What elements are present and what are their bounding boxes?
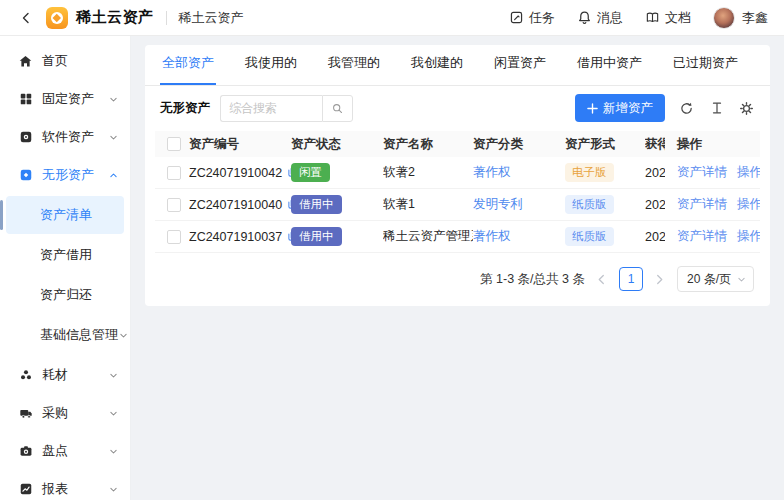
col-asset-category: 资产分类 [473, 136, 565, 153]
consumables-icon [18, 368, 33, 383]
pagination-summary: 第 1-3 条/总共 3 条 [480, 271, 585, 288]
asset-detail-link[interactable]: 资产详情 [677, 196, 727, 213]
asset-category-link[interactable]: 发明专利 [473, 196, 523, 213]
tab-bar: 全部资产 我使用的 我管理的 我创建的 闲置资产 借用中资产 已过期资产 [145, 45, 770, 86]
tab-all-assets[interactable]: 全部资产 [160, 45, 216, 85]
table-row: ZC24071910040 借用中 软著1 发明专利 纸质版 202 资产详情 … [155, 189, 760, 221]
row-height-icon[interactable] [708, 100, 725, 117]
asset-form-tag: 电子版 [565, 163, 614, 182]
toolbar-actions: 新增资产 [575, 94, 755, 122]
chevron-down-icon [108, 446, 118, 456]
app-window: 稀土云资产 稀土云资产 任务 消息 文档 李鑫 [0, 0, 784, 500]
table-header-row: 资产编号 资产状态 资产名称 资产分类 资产形式 获得 操作 [155, 131, 760, 157]
sidebar-item-reports[interactable]: 报表 [0, 470, 130, 500]
app-title: 稀土云资产 [76, 8, 154, 27]
select-all-checkbox[interactable] [167, 137, 181, 151]
bell-icon [577, 10, 592, 25]
acquired-date: 202 [645, 198, 665, 212]
row-checkbox[interactable] [167, 230, 181, 244]
tab-expired-assets[interactable]: 已过期资产 [671, 45, 740, 85]
sidebar-item-asset-borrow[interactable]: 资产借用 [6, 236, 124, 274]
tab-my-created[interactable]: 我创建的 [409, 45, 465, 85]
search-icon [331, 102, 344, 115]
sidebar-item-software-assets[interactable]: 软件资产 [0, 118, 130, 156]
breadcrumb: 稀土云资产 [179, 9, 244, 27]
asset-code: ZC24071910040 [189, 198, 282, 212]
home-icon [18, 54, 33, 69]
asset-name: 软著2 [383, 164, 473, 181]
col-acquired: 获得 [645, 136, 665, 153]
search-input[interactable] [220, 95, 322, 122]
sidebar-item-purchase[interactable]: 采购 [0, 394, 130, 432]
col-asset-code: 资产编号 [189, 136, 291, 153]
back-chevron-icon[interactable] [16, 8, 36, 28]
prev-page-icon[interactable] [596, 274, 608, 285]
documents-button[interactable]: 文档 [645, 9, 691, 27]
tab-idle-assets[interactable]: 闲置资产 [492, 45, 548, 85]
sidebar-item-intangible-assets[interactable]: 无形资产 [0, 156, 130, 194]
table-row: ZC24071910037 借用中 稀土云资产管理系统 著作权 纸质版 202 … [155, 221, 760, 253]
row-checkbox[interactable] [167, 166, 181, 180]
tasks-label: 任务 [529, 9, 555, 27]
status-badge: 借用中 [291, 227, 342, 246]
asset-name: 稀土云资产管理系统 [383, 228, 473, 245]
table-row: ZC24071910042 闲置 软著2 著作权 电子版 202 资产详情 操作 [155, 157, 760, 189]
asset-form-tag: 纸质版 [565, 227, 614, 246]
top-header: 稀土云资产 稀土云资产 任务 消息 文档 李鑫 [0, 0, 784, 36]
purchase-icon [18, 406, 33, 421]
tab-my-managed[interactable]: 我管理的 [326, 45, 382, 85]
sidebar-item-fixed-assets[interactable]: 固定资产 [0, 80, 130, 118]
refresh-icon[interactable] [678, 100, 695, 117]
column-settings-gear-icon[interactable] [738, 100, 755, 117]
sidebar-item-asset-list[interactable]: 资产清单 [6, 196, 124, 234]
main-content: 全部资产 我使用的 我管理的 我创建的 闲置资产 借用中资产 已过期资产 无形资… [131, 36, 784, 500]
content-card: 全部资产 我使用的 我管理的 我创建的 闲置资产 借用中资产 已过期资产 无形资… [145, 45, 770, 306]
sidebar-submenu: 资产清单 资产借用 资产归还 基础信息管理 [0, 196, 130, 354]
tab-my-used[interactable]: 我使用的 [243, 45, 299, 85]
next-page-icon[interactable] [654, 274, 666, 285]
tasks-button[interactable]: 任务 [509, 9, 555, 27]
chevron-down-icon [118, 330, 128, 340]
chevron-up-icon [108, 170, 118, 180]
col-actions: 操作 [665, 136, 760, 153]
sidebar-item-home[interactable]: 首页 [0, 42, 130, 80]
sidebar: 首页 固定资产 软件资产 无形资产 [0, 36, 131, 500]
asset-detail-link[interactable]: 资产详情 [677, 164, 727, 181]
tab-borrowed-assets[interactable]: 借用中资产 [575, 45, 644, 85]
row-checkbox[interactable] [167, 198, 181, 212]
chevron-down-icon [108, 370, 118, 380]
page-size-select[interactable]: 20 条/页 [677, 266, 754, 292]
search-group [220, 95, 353, 122]
row-actions-dropdown[interactable]: 操作 [737, 164, 760, 181]
acquired-date: 202 [645, 166, 665, 180]
col-asset-form: 资产形式 [565, 136, 645, 153]
grid-icon [18, 92, 33, 107]
add-asset-button[interactable]: 新增资产 [575, 94, 665, 122]
sidebar-item-asset-return[interactable]: 资产归还 [6, 276, 124, 314]
software-asset-icon [18, 130, 33, 145]
asset-category-link[interactable]: 著作权 [473, 228, 511, 245]
sidebar-item-consumables[interactable]: 耗材 [0, 356, 130, 394]
asset-code: ZC24071910042 [189, 166, 282, 180]
intangible-asset-icon [18, 168, 33, 183]
sidebar-item-basic-info[interactable]: 基础信息管理 [6, 316, 124, 354]
col-asset-name: 资产名称 [383, 136, 473, 153]
page-number[interactable]: 1 [619, 267, 643, 291]
documents-label: 文档 [665, 9, 691, 27]
pagination: 第 1-3 条/总共 3 条 1 20 条/页 [145, 253, 770, 306]
asset-category-link[interactable]: 著作权 [473, 164, 511, 181]
report-icon [18, 482, 33, 497]
status-badge: 闲置 [291, 163, 330, 182]
user-menu[interactable]: 李鑫 [713, 7, 768, 29]
row-actions-dropdown[interactable]: 操作 [737, 196, 760, 213]
row-actions-dropdown[interactable]: 操作 [737, 228, 760, 245]
asset-detail-link[interactable]: 资产详情 [677, 228, 727, 245]
table-body: ZC24071910042 闲置 软著2 著作权 电子版 202 资产详情 操作… [155, 157, 760, 253]
chevron-down-icon [108, 408, 118, 418]
sidebar-item-stocktake[interactable]: 盘点 [0, 432, 130, 470]
filter-label: 无形资产 [160, 100, 210, 117]
toolbar-row: 无形资产 新增资产 [145, 86, 770, 129]
messages-button[interactable]: 消息 [577, 9, 623, 27]
messages-label: 消息 [597, 9, 623, 27]
search-button[interactable] [322, 95, 353, 122]
